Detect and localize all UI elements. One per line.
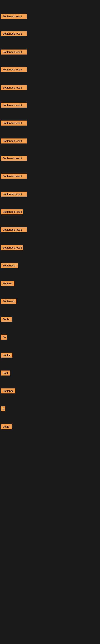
bottleneck-label-13[interactable]: Bottleneck result <box>1 227 27 232</box>
result-row-24: Bottle <box>1 424 12 430</box>
bottleneck-label-9[interactable]: Bottleneck result <box>1 156 27 161</box>
bottleneck-label-16[interactable]: Bottlene <box>1 281 14 286</box>
bottleneck-label-24[interactable]: Bottle <box>1 424 12 429</box>
result-row-12: Bottleneck result <box>1 209 23 215</box>
bottleneck-label-11[interactable]: Bottleneck result <box>1 192 27 196</box>
result-row-21: Bottl <box>1 370 10 376</box>
result-row-23: B <box>1 406 5 412</box>
result-row-20: Bottler <box>1 352 12 358</box>
result-row-19: Bo <box>1 335 7 340</box>
bottleneck-label-19[interactable]: Bo <box>1 335 7 340</box>
result-row-6: Bottleneck result <box>1 103 27 108</box>
bottleneck-label-7[interactable]: Bottleneck result <box>1 120 27 126</box>
result-row-13: Bottleneck result <box>1 227 27 233</box>
bottleneck-label-18[interactable]: Bottle <box>1 317 12 322</box>
result-row-8: Bottleneck result <box>1 138 27 144</box>
bottleneck-label-23[interactable]: B <box>1 406 5 411</box>
bottleneck-label-1[interactable]: Bottleneck result <box>1 14 27 19</box>
bottleneck-label-15[interactable]: Bottleneck r <box>1 263 18 268</box>
result-row-2: Bottleneck result <box>1 31 27 37</box>
result-row-15: Bottleneck r <box>1 263 18 269</box>
result-row-16: Bottlene <box>1 281 14 287</box>
result-row-7: Bottleneck result <box>1 120 27 126</box>
result-row-10: Bottleneck result <box>1 174 27 180</box>
bottleneck-label-5[interactable]: Bottleneck result <box>1 85 27 90</box>
bottleneck-label-22[interactable]: Bottlenec <box>1 388 15 394</box>
result-row-22: Bottlenec <box>1 388 15 394</box>
result-row-3: Bottleneck result <box>1 50 27 55</box>
result-row-9: Bottleneck result <box>1 156 27 162</box>
result-row-5: Bottleneck result <box>1 85 27 91</box>
bottleneck-label-17[interactable]: Bottleneck <box>1 299 16 304</box>
bottleneck-label-21[interactable]: Bottl <box>1 370 10 376</box>
result-row-18: Bottle <box>1 317 12 322</box>
bottleneck-label-10[interactable]: Bottleneck result <box>1 174 27 179</box>
bottleneck-label-20[interactable]: Bottler <box>1 352 12 358</box>
bottleneck-label-12[interactable]: Bottleneck result <box>1 209 23 214</box>
result-row-14: Bottleneck result <box>1 245 23 251</box>
result-row-1: Bottleneck result <box>1 14 27 20</box>
result-row-4: Bottleneck result <box>1 67 27 73</box>
bottleneck-label-3[interactable]: Bottleneck result <box>1 50 27 54</box>
bottleneck-label-14[interactable]: Bottleneck result <box>1 245 23 250</box>
bottleneck-label-6[interactable]: Bottleneck result <box>1 103 27 108</box>
result-row-17: Bottleneck <box>1 299 16 305</box>
bottleneck-label-4[interactable]: Bottleneck result <box>1 67 27 72</box>
bottleneck-label-2[interactable]: Bottleneck result <box>1 31 27 36</box>
result-row-11: Bottleneck result <box>1 192 27 198</box>
site-title <box>0 0 100 2</box>
bottleneck-label-8[interactable]: Bottleneck result <box>1 138 27 144</box>
